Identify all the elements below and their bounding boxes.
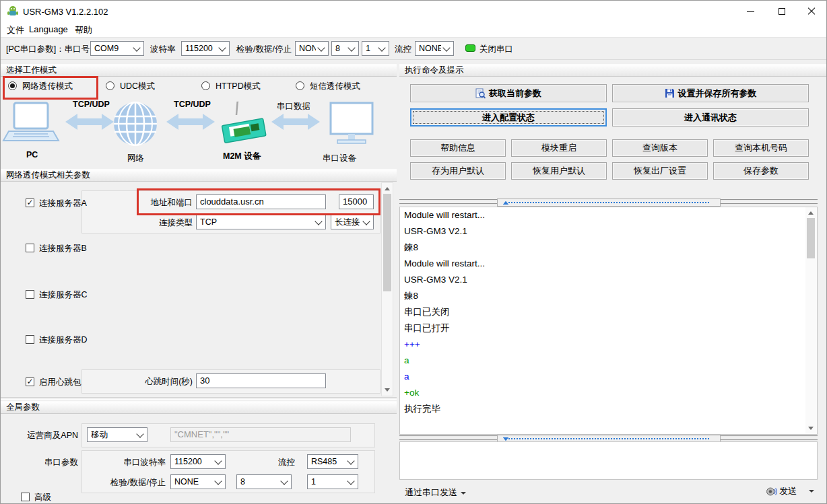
close-icon <box>807 7 816 15</box>
log-scrollbar[interactable] <box>805 207 817 434</box>
serial-flow-select[interactable]: RS485 <box>307 454 358 469</box>
radio-udc[interactable] <box>106 81 114 90</box>
conn-mode-select[interactable]: 长连接 <box>331 215 374 229</box>
radio-httpd-label[interactable]: HTTPD模式 <box>216 81 261 92</box>
splitter-collapse-handle[interactable] <box>497 199 721 207</box>
log-line: Module will restart... <box>400 256 817 272</box>
minimize-button[interactable] <box>735 1 766 22</box>
chevron-down-icon <box>317 44 325 51</box>
splitter-dots <box>508 202 709 203</box>
send-input[interactable] <box>399 441 818 480</box>
app-window: USR-GM3 V1.2.2.102 文件 Language 帮助 [PC串口参… <box>0 0 827 504</box>
global-params-header: 全局参数 <box>1 401 397 414</box>
serial-parity-select[interactable]: NONE <box>170 474 226 489</box>
save-user-default-button[interactable]: 存为用户默认 <box>410 162 506 180</box>
help-info-button[interactable]: 帮助信息 <box>410 139 506 157</box>
left-panel-scrollbar[interactable] <box>381 182 393 396</box>
scrollbar-thumb[interactable] <box>807 218 815 258</box>
heartbeat-label[interactable]: 启用心跳包 <box>39 377 81 388</box>
diagram-pc-label: PC <box>26 150 38 159</box>
module-restart-button[interactable]: 模块重启 <box>511 139 607 157</box>
title-bar: USR-GM3 V1.2.2.102 <box>1 1 826 22</box>
serial-pds-label: 检验/数据/停止 <box>107 477 166 488</box>
server-c-label[interactable]: 连接服务器C <box>39 289 88 300</box>
restore-user-default-button[interactable]: 恢复用户默认 <box>511 162 607 180</box>
server-a-checkbox[interactable]: ✓ <box>26 199 34 207</box>
splitter-top[interactable] <box>399 199 818 205</box>
log-line: USR-GM3 V2.1 <box>400 223 817 240</box>
stopbits-select[interactable]: 1 <box>362 41 389 56</box>
maximize-button[interactable] <box>766 1 797 22</box>
server-d-label[interactable]: 连接服务器D <box>39 334 88 345</box>
radio-sms-label[interactable]: 短信透传模式 <box>310 81 360 92</box>
radio-sms[interactable] <box>296 81 304 90</box>
parity-data-stop-label: 检验/数据/停止 <box>236 44 292 55</box>
scroll-down-icon[interactable] <box>385 388 390 392</box>
factory-reset-button[interactable]: 恢复出厂设置 <box>612 162 708 180</box>
close-port-button[interactable]: 关闭串口 <box>479 44 513 55</box>
databits-select[interactable]: 8 <box>331 41 359 56</box>
log-line: a <box>400 369 817 385</box>
serial-flow-label: 流控 <box>267 457 295 468</box>
radio-net-transparent-label[interactable]: 网络透传模式 <box>22 81 73 92</box>
server-c-checkbox[interactable] <box>26 290 34 299</box>
advanced-checkbox[interactable] <box>21 493 30 501</box>
port-status-led <box>465 44 475 52</box>
set-save-params-button[interactable]: 设置并保存所有参数 <box>612 84 809 102</box>
heartbeat-time-input[interactable]: 30 <box>196 373 326 388</box>
splitter-bottom[interactable] <box>399 435 818 441</box>
log-line: 串口已关闭 <box>400 304 817 320</box>
diagram-m2m-label: M2M 设备 <box>223 151 261 162</box>
chevron-down-icon <box>315 217 322 225</box>
chevron-down-icon <box>133 44 140 51</box>
save-params-button[interactable]: 保存参数 <box>713 162 809 180</box>
serial-baud-select[interactable]: 115200 <box>170 454 226 469</box>
work-mode-header: 选择工作模式 <box>1 64 397 77</box>
speaker-icon <box>766 486 777 497</box>
baud-label: 波特率 <box>150 44 176 55</box>
scroll-down-icon[interactable] <box>808 427 814 430</box>
scroll-up-icon[interactable] <box>808 211 814 215</box>
query-number-button[interactable]: 查询本机号码 <box>713 139 809 157</box>
server-a-port-input[interactable]: 15000 <box>339 194 374 209</box>
log-line: 鍊8 <box>400 288 817 304</box>
search-doc-icon <box>475 88 486 99</box>
parity-select[interactable]: NONE <box>295 41 329 56</box>
enter-comm-button[interactable]: 进入通讯状态 <box>612 108 809 127</box>
apn-value-field: "CMNET","","" <box>170 427 351 442</box>
serial-stopbits-select[interactable]: 1 <box>307 474 358 489</box>
heartbeat-checkbox[interactable]: ✓ <box>26 377 34 386</box>
send-mode-dropdown[interactable]: 通过串口发送 <box>405 487 466 498</box>
serial-baud-label: 串口波特率 <box>108 457 166 468</box>
serial-databits-select[interactable]: 8 <box>236 474 292 489</box>
close-button[interactable] <box>796 1 827 22</box>
radio-httpd[interactable] <box>201 81 210 90</box>
pc-serial-label: [PC串口参数]：串口号 <box>6 44 90 55</box>
flow-select[interactable]: NONE <box>415 41 454 56</box>
server-b-label[interactable]: 连接服务器B <box>39 243 87 254</box>
menu-language[interactable]: Language <box>29 24 68 34</box>
server-d-checkbox[interactable] <box>26 335 34 344</box>
get-params-button[interactable]: 获取当前参数 <box>410 84 607 102</box>
menu-help[interactable]: 帮助 <box>75 24 92 36</box>
chevron-down-icon <box>280 477 288 484</box>
log-output[interactable]: Module will restart... USR-GM3 V2.1 鍊8 M… <box>399 207 818 435</box>
conn-type-select[interactable]: TCP <box>196 215 326 229</box>
server-b-checkbox[interactable] <box>26 244 34 252</box>
server-a-address-input[interactable]: clouddata.usr.cn <box>196 194 326 209</box>
menu-file[interactable]: 文件 <box>7 24 24 36</box>
log-line: USR-GM3 V2.1 <box>400 272 817 288</box>
enter-config-button[interactable]: 进入配置状态 <box>410 108 607 127</box>
flow-label: 流控 <box>395 44 411 55</box>
radio-udc-label[interactable]: UDC模式 <box>120 81 155 92</box>
server-a-label[interactable]: 连接服务器A <box>39 198 87 209</box>
scroll-up-icon[interactable] <box>385 187 390 190</box>
baud-select[interactable]: 115200 <box>181 41 230 56</box>
query-version-button[interactable]: 查询版本 <box>612 139 708 157</box>
scrollbar-thumb[interactable] <box>383 194 391 291</box>
radio-net-transparent[interactable] <box>8 81 17 90</box>
carrier-select[interactable]: 移动 <box>87 427 147 442</box>
advanced-label[interactable]: 高级 <box>34 492 51 503</box>
com-port-select[interactable]: COM9 <box>90 41 144 56</box>
send-button[interactable]: 发送 <box>766 485 814 497</box>
